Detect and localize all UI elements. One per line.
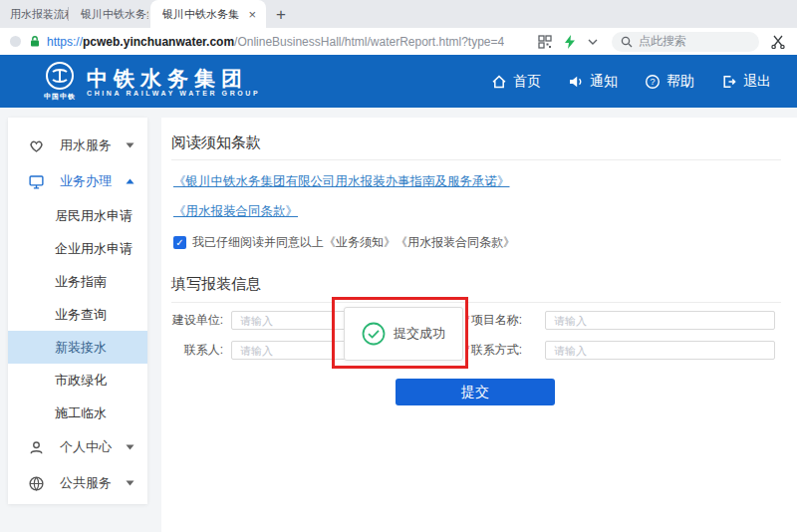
contact-method-label: *联系方式:: [460, 341, 522, 360]
browser-address-bar: https://pcweb.yinchuanwater.com/OnlineBu…: [0, 28, 797, 55]
sidebar-item-municipal-greening[interactable]: 市政绿化: [8, 364, 147, 397]
divider: [171, 159, 781, 160]
contact-method-input[interactable]: [545, 341, 775, 360]
header-nav: 首页 通知 ? 帮助 退出: [491, 73, 771, 91]
flash-extension-icon[interactable]: [564, 35, 576, 49]
sidebar-item-resident-water[interactable]: 居民用水申请: [8, 199, 147, 232]
contact-person-label: 联系人:: [161, 341, 223, 360]
sidebar-group-label: 公共服务: [60, 474, 126, 492]
url-host: pcweb.yinchuanwater.com: [83, 35, 234, 49]
logo-badge: 中国中铁: [44, 92, 76, 102]
url-separator: ://: [73, 35, 83, 49]
globe-icon: [28, 475, 45, 492]
nav-label: 退出: [743, 73, 771, 91]
sidebar-group-water-service[interactable]: 用水服务: [8, 128, 147, 163]
nav-home[interactable]: 首页: [491, 73, 541, 91]
brand-title: 中铁水务集团: [87, 67, 260, 90]
sidebar-menu: 用水服务 业务办理 居民用水申请 企业用水申请 业务指南 业务查询 新装接水 市…: [8, 118, 147, 504]
nav-label: 首页: [513, 73, 541, 91]
tab-label: 用水报装流程_: [10, 7, 68, 22]
sidebar-group-business[interactable]: 业务办理: [8, 163, 147, 199]
home-icon: [491, 74, 507, 90]
nav-logout[interactable]: 退出: [721, 73, 771, 91]
main-content-panel: 阅读须知条款 《银川中铁水务集团有限公司用水报装办事指南及服务承诺》 《用水报装…: [161, 118, 797, 532]
submit-button[interactable]: 提交: [396, 379, 555, 405]
speaker-icon: [568, 74, 584, 90]
site-header: 中国中铁 中铁水务集团 CHINA RAILWAY WATER GROUP 首页…: [0, 55, 797, 108]
toast-text: 提交成功: [394, 325, 445, 343]
link-service-guide[interactable]: 《银川中铁水务集团有限公司用水报装办事指南及服务承诺》: [173, 173, 510, 190]
search-placeholder: 点此搜索: [639, 33, 686, 50]
person-icon: [28, 439, 45, 456]
ssl-lock-icon: [29, 35, 41, 48]
sidebar-group-label: 个人中心: [60, 438, 126, 456]
scissors-capture-icon[interactable]: [771, 35, 785, 49]
sidebar-group-label: 用水服务: [60, 136, 126, 154]
tab-label: 银川中铁水务集: [162, 7, 242, 22]
link-contract-terms[interactable]: 《用水报装合同条款》: [173, 203, 298, 220]
tab-water-install-process[interactable]: 用水报装流程_: [0, 0, 68, 28]
heart-icon: [28, 137, 45, 154]
chevron-down-icon: [126, 480, 134, 486]
project-name-label: *项目名称:: [460, 311, 522, 330]
required-mark: *: [465, 343, 470, 357]
quick-search-box[interactable]: 点此搜索: [612, 32, 759, 52]
search-icon: [621, 36, 633, 48]
nav-label: 通知: [590, 73, 618, 91]
qr-code-icon[interactable]: [538, 35, 552, 49]
construction-unit-label: 建设单位:: [161, 311, 223, 330]
sidebar-item-business-guide[interactable]: 业务指南: [8, 265, 147, 298]
success-toast: 提交成功: [344, 307, 463, 361]
tab-yinchuan-water-active[interactable]: 银川中铁水务集 ×: [150, 0, 266, 28]
nav-help[interactable]: ? 帮助: [645, 73, 694, 91]
notice-section-title: 阅读须知条款: [171, 133, 261, 152]
form-section-title: 填写报装信息: [171, 275, 261, 294]
tab-yinchuan-water-1[interactable]: 银川中铁水务集: [69, 0, 148, 28]
url-text[interactable]: https://pcweb.yinchuanwater.com/OnlineBu…: [47, 35, 504, 49]
url-path: /OnlineBusinessHall/html/waterReport.htm…: [234, 35, 504, 49]
chevron-down-icon: [126, 142, 134, 148]
agree-checkbox[interactable]: ✓: [173, 236, 186, 249]
brand-subtitle: CHINA RAILWAY WATER GROUP: [87, 90, 260, 97]
divider: [171, 302, 781, 303]
monitor-icon: [28, 173, 45, 190]
chevron-up-icon: [126, 178, 134, 184]
site-logo[interactable]: 中国中铁 中铁水务集团 CHINA RAILWAY WATER GROUP: [44, 61, 260, 102]
success-check-icon: [362, 322, 386, 346]
sidebar-item-construction-temp-water[interactable]: 施工临水: [8, 397, 147, 429]
sidebar-item-business-query[interactable]: 业务查询: [8, 298, 147, 331]
chevron-down-icon: [126, 444, 134, 450]
close-icon[interactable]: ×: [246, 7, 258, 22]
sidebar-group-personal-center[interactable]: 个人中心: [8, 429, 147, 465]
sidebar-item-enterprise-water[interactable]: 企业用水申请: [8, 232, 147, 265]
required-mark: *: [465, 313, 470, 327]
nav-label: 帮助: [666, 73, 694, 91]
svg-text:?: ?: [650, 77, 655, 87]
url-scheme: https: [47, 35, 73, 49]
browser-tab-bar: 用水报装流程_ 银川中铁水务集 银川中铁水务集 × +: [0, 0, 797, 28]
question-circle-icon: ?: [645, 74, 661, 90]
sidebar-group-label: 业务办理: [60, 172, 126, 190]
logout-icon: [721, 74, 737, 90]
sidebar-group-public-service[interactable]: 公共服务: [8, 465, 147, 501]
tab-label: 银川中铁水务集: [81, 7, 148, 22]
page-favicon-dot: [10, 36, 21, 47]
sidebar-item-new-connection[interactable]: 新装接水: [8, 331, 147, 364]
agreement-row: ✓ 我已仔细阅读并同意以上《业务须知》《用水报装合同条款》: [173, 234, 515, 251]
agree-label: 我已仔细阅读并同意以上《业务须知》《用水报装合同条款》: [192, 234, 515, 251]
new-tab-button[interactable]: +: [266, 2, 296, 28]
crcc-emblem-icon: 中国中铁: [44, 61, 76, 102]
nav-notifications[interactable]: 通知: [568, 73, 618, 91]
project-name-input[interactable]: [545, 311, 775, 330]
chevron-down-icon[interactable]: [588, 39, 598, 45]
